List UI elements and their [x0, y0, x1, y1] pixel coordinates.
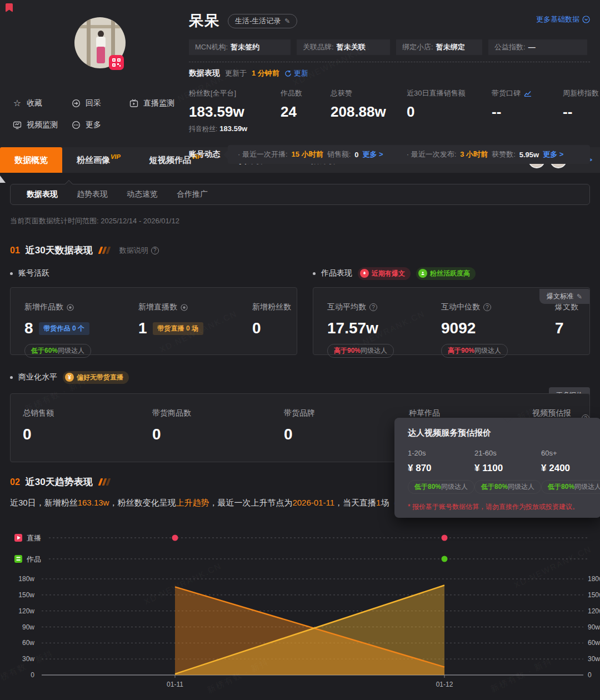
metric-product-count: 带货商品数 0	[152, 408, 284, 462]
svg-text:01-11: 01-11	[167, 681, 183, 688]
profile-info: 呆呆 生活-生活记录 ✎ 更多基础数据 MCN机构:暂未签约 关联品牌:暂未关联	[189, 11, 590, 164]
more-basic-data-label: 更多基础数据	[536, 14, 579, 24]
category-tag-label: 生活-生活记录	[235, 16, 281, 26]
page: ☆ 收藏 回采 直播监测	[0, 0, 600, 692]
category-tag[interactable]: 生活-生活记录 ✎	[228, 14, 297, 28]
video-monitor-label: 视频监测	[27, 120, 58, 130]
live-monitor-button[interactable]: 直播监测	[129, 98, 184, 108]
edit-icon: ✎	[577, 293, 582, 301]
activity-publish: · 最近一次发布: 3 小时前 获赞数: 5.95w 更多 >	[407, 149, 564, 159]
quote-popup-title: 达人视频服务预估报价	[408, 428, 600, 438]
updated-prefix: 更新于	[225, 68, 247, 78]
live-tv-icon	[129, 99, 139, 108]
video-quote-popup: 达人视频服务预估报价 1-20s ¥ 870 低于80% 同级达人 21-60s…	[394, 418, 600, 518]
svg-text:180w: 180w	[588, 575, 600, 583]
subtab-cooperation[interactable]: 合作推广	[167, 189, 217, 199]
active-tab-notch	[65, 180, 73, 188]
section2-number: 02	[10, 477, 20, 487]
shop-field: 绑定小店:暂未绑定	[396, 39, 482, 55]
question-icon[interactable]: ?	[483, 303, 491, 311]
commercial-header: 商业化水平 ¥ 偏好无带货直播	[10, 371, 590, 384]
live-monitor-label: 直播监测	[143, 98, 174, 108]
section1-title: 近30天数据表现	[26, 244, 93, 257]
svg-text:90w: 90w	[588, 623, 600, 631]
profile-header: ☆ 收藏 回采 直播监测	[0, 0, 600, 147]
data-explain-link[interactable]: 数据说明?	[119, 246, 159, 256]
metric-brand-count: 带货品牌 0	[284, 408, 409, 462]
svg-text:150w: 150w	[588, 591, 600, 599]
subtab-data-performance[interactable]: 数据表现	[17, 189, 67, 199]
quote-col-mid: 21-60s ¥ 1100 低于80% 同级达人	[474, 449, 541, 494]
peer-compare-pill: 高于90% 同级达人	[441, 344, 508, 358]
video-monitor-button[interactable]: 视频监测	[12, 120, 71, 130]
peer-compare-pill: 低于60% 同级达人	[24, 344, 91, 358]
mcn-field: MCN机构:暂未签约	[189, 39, 291, 55]
tab-data-overview[interactable]: 数据概览	[0, 147, 62, 173]
recollect-label: 回采	[86, 98, 101, 108]
peer-compare-pill: 低于80% 同级达人	[474, 480, 541, 494]
flame-icon	[360, 269, 369, 278]
bullet-icon	[10, 272, 13, 275]
metric-median-interaction: 互动中位数 ? 9092 高于90% 同级达人	[441, 302, 555, 354]
stat-live-sales: 近30日直播销售额 0	[407, 88, 492, 134]
favorite-button[interactable]: ☆ 收藏	[12, 98, 71, 108]
more-basic-data-link[interactable]: 更多基础数据	[536, 14, 590, 24]
subtab-bar: 数据表现 趋势表现 动态速览 合作推广	[0, 173, 600, 205]
updated-time: 1 分钟前	[252, 68, 279, 78]
section1-number: 01	[10, 246, 20, 256]
metric-avg-interaction: 互动平均数 ? 17.57w 高于90% 同级达人	[327, 302, 441, 354]
stats-row: 粉丝数[全平台] 183.59w 抖音粉丝:183.59w 作品数 24 总获赞…	[189, 88, 590, 134]
activity-live: · 最近一次开播: 15 小时前 销售额: 0 更多 >	[238, 149, 383, 159]
hot-content-badge: 近期有爆文	[358, 267, 411, 280]
metric-new-lives: 新增直播数 1 带货直播 0 场	[138, 302, 252, 354]
recollect-button[interactable]: 回采	[71, 98, 129, 108]
quote-marks-icon	[99, 247, 109, 254]
subtab-trend[interactable]: 趋势表现	[67, 189, 117, 199]
profile-actions: ☆ 收藏 回采 直播监测	[12, 98, 184, 130]
svg-text:120w: 120w	[588, 607, 600, 615]
subtab-dynamics[interactable]: 动态速览	[117, 189, 167, 199]
bullet-icon	[313, 272, 316, 275]
info-fields: MCN机构:暂未签约 关联品牌:暂未关联 绑定小店:暂未绑定 公益指数:—	[189, 39, 590, 55]
svg-text:60w: 60w	[22, 639, 34, 647]
activity-label: 账号动态	[189, 149, 220, 159]
commerce-lives-badge: 带货直播 0 场	[153, 322, 203, 335]
activity-live-more-link[interactable]: 更多 >	[363, 149, 383, 159]
hot-standard-button[interactable]: 爆文标准 ✎	[539, 289, 589, 304]
svg-text:60w: 60w	[588, 639, 600, 647]
account-name: 呆呆	[189, 11, 220, 31]
tab-fans-portrait[interactable]: 粉丝画像VIP	[62, 147, 135, 173]
refresh-icon	[284, 70, 292, 77]
eye-toggle-icon[interactable]	[181, 304, 188, 311]
more-actions-button[interactable]: 更多	[71, 120, 129, 130]
activity-publish-more-link[interactable]: 更多 >	[543, 149, 563, 159]
metric-hot-count: 爆文数 7	[555, 302, 589, 354]
qr-code-icon[interactable]	[109, 55, 124, 70]
monitor-chart-icon	[12, 121, 22, 129]
svg-text:90w: 90w	[22, 623, 34, 631]
svg-text:直播: 直播	[27, 534, 41, 542]
favorite-label: 收藏	[27, 98, 42, 108]
svg-text:0: 0	[31, 671, 34, 679]
svg-text:0: 0	[588, 671, 592, 679]
account-active-card: 新增作品数 8 带货作品 0 个 低于60% 同级达人 新增直播数 1 带货直播…	[10, 287, 297, 355]
svg-text:180w: 180w	[18, 575, 34, 583]
mini-chart-icon[interactable]	[524, 91, 532, 97]
question-icon[interactable]: ?	[369, 303, 377, 311]
date-range: 当前页面数据统计时间范围: 2025/12/14 - 2026/01/12	[0, 205, 600, 226]
stat-works: 作品数 24	[281, 88, 331, 134]
work-perf-header: 作品表现 近期有爆文 粉丝活跃度高	[313, 267, 590, 280]
activity-bar: · 最近一次开播: 15 小时前 销售额: 0 更多 > · 最近一次发布: 3…	[228, 145, 590, 164]
metric-total-sales: 总销售额 0	[23, 408, 152, 462]
quote-col-short: 1-20s ¥ 870 低于80% 同级达人	[408, 449, 474, 494]
refresh-button[interactable]: 更新	[284, 68, 308, 78]
quote-col-long: 60s+ ¥ 2400 低于80% 同级达人	[541, 449, 600, 494]
stat-likes: 总获赞 208.88w	[331, 88, 407, 134]
commercial-section: 商业化水平 ¥ 偏好无带货直播 更多报价 总销售额 0 带货商品数 0 带货品牌…	[0, 371, 600, 462]
eye-toggle-icon[interactable]	[67, 304, 74, 311]
account-activity: 账号动态 · 最近一次开播: 15 小时前 销售额: 0 更多 > · 最近一次…	[189, 145, 590, 164]
account-active-header: 账号活跃	[10, 267, 297, 280]
svg-text:120w: 120w	[18, 607, 34, 615]
circle-arrow-icon	[71, 99, 81, 108]
svg-text:30w: 30w	[22, 655, 34, 663]
